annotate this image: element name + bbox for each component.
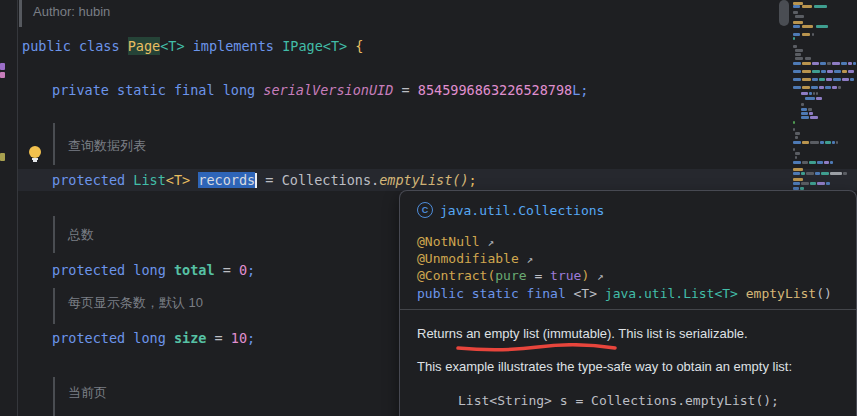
minimap-code-mark [833,78,841,81]
minimap-code-mark [793,172,800,175]
minimap-code-mark [843,172,847,175]
javadoc-bar [53,216,55,253]
minimap-code-mark [842,78,849,81]
minimap-code-mark [811,86,818,89]
minimap-code-mark [793,62,801,65]
minimap-code-mark [816,92,818,95]
minimap-code-mark [810,141,819,144]
minimap-code-mark [853,62,856,65]
minimap-code-mark [827,62,831,65]
minimap-code-mark [826,78,832,81]
minimap-code-mark [795,49,803,52]
minimap-code-mark [820,62,826,65]
minimap-code-mark [809,92,812,95]
minimap-code-mark [793,86,801,89]
minimap-code-mark [825,141,831,144]
code-line-serialversionuid[interactable]: private static final long serialVersionU… [52,82,588,99]
popup-header: C java.util.Collections [417,202,604,218]
minimap-code-mark [838,86,841,89]
comment-query-list[interactable]: 查询数据列表 [68,138,146,154]
comment-page-size[interactable]: 每页显示条数，默认 10 [68,295,203,311]
minimap-code-mark [827,70,833,73]
minimap-code-mark [801,92,808,95]
minimap-code-mark [806,172,814,175]
minimap-code-mark [795,57,803,60]
minimap-code-mark [809,161,816,164]
minimap-code-mark [801,103,804,106]
popup-class-name[interactable]: java.util.Collections [440,203,604,218]
minimap-code-mark [817,161,823,164]
comment-author[interactable]: Author: hubin [33,4,110,20]
code-editor: Author: hubin public class Page<T> imple… [0,0,857,416]
annotation-contract-link[interactable]: @Contract(pure = true) ↗ [417,268,604,284]
minimap-code-mark [795,156,797,159]
minimap-code-mark [793,78,801,81]
popup-doc-text-2: This example illustrates the type-safe w… [417,359,792,374]
minimap-code-mark [793,70,801,73]
minimap-code-mark [793,168,803,171]
minimap-code-mark [793,128,795,131]
minimap-code-mark [820,141,824,144]
comment-current-page[interactable]: 当前页 [68,385,107,401]
javadoc-bar [53,377,55,416]
minimap-code-mark [813,92,815,95]
minimap-code-mark [801,116,809,119]
minimap-code-mark [793,148,795,151]
minimap-code-mark [832,141,835,144]
minimap-code-mark [793,37,795,40]
minimap-code-mark [795,152,800,155]
minimap-code-mark [816,97,822,100]
minimap-code-mark [842,70,847,73]
minimap-code-mark [793,5,800,8]
minimap-code-mark [832,86,837,89]
minimap-code-mark [801,172,805,175]
minimap-code-mark [793,33,800,36]
popup-method-signature: public static final <T> java.util.List<T… [417,286,832,302]
minimap-code-mark [802,141,809,144]
code-line-class-declaration[interactable]: public class Page<T> implements IPage<T>… [22,38,363,55]
code-minimap[interactable] [793,0,857,192]
javadoc-bar-author [19,0,22,27]
class-icon: C [417,202,433,218]
minimap-code-mark [793,161,801,164]
minimap-code-mark [809,112,813,115]
code-line-size[interactable]: protected long size = 10; [52,330,255,347]
javadoc-bar [53,288,55,324]
code-line-total[interactable]: protected long total = 0; [52,262,255,279]
minimap-code-mark [795,15,804,18]
minimap-code-mark [821,70,826,73]
minimap-code-mark [848,62,852,65]
annotation-notnull-link[interactable]: @NotNull ↗ [417,234,494,250]
minimap-code-mark [795,136,798,139]
minimap-code-mark [802,5,812,8]
minimap-code-mark [795,132,800,135]
minimap-code-mark [819,86,824,89]
minimap-code-mark [812,62,819,65]
minimap-code-mark [802,70,811,73]
minimap-code-mark [793,45,797,48]
minimap-code-mark [801,112,808,115]
minimap-code-mark [814,5,827,8]
minimap-code-mark [805,97,815,100]
minimap-code-mark [795,53,801,56]
minimap-code-mark [793,141,801,144]
intention-lightbulb-icon[interactable] [28,146,42,162]
scrollbar-thumb[interactable] [779,0,789,26]
annotation-unmodifiable-link[interactable]: @Unmodifiable ↗ [417,251,533,267]
minimap-code-mark [812,78,818,81]
minimap-code-mark [841,62,847,65]
popup-divider [400,309,856,310]
minimap-code-mark [812,70,820,73]
minimap-code-mark [816,25,828,28]
code-line-records[interactable]: protected List<T> records = Collections.… [52,172,477,189]
minimap-code-mark [802,161,808,164]
minimap-code-mark [802,33,810,36]
minimap-code-mark [826,182,830,185]
gutter-icon-fragment [0,72,5,78]
minimap-code-mark [808,108,812,111]
popup-doc-text-1: Returns an empty list (immutable). This … [417,326,748,341]
red-underline-annotation [455,343,620,353]
popup-code-sample: List<String> s = Collections.emptyList()… [458,393,779,408]
comment-total[interactable]: 总数 [68,227,94,243]
minimap-code-mark [832,62,840,65]
